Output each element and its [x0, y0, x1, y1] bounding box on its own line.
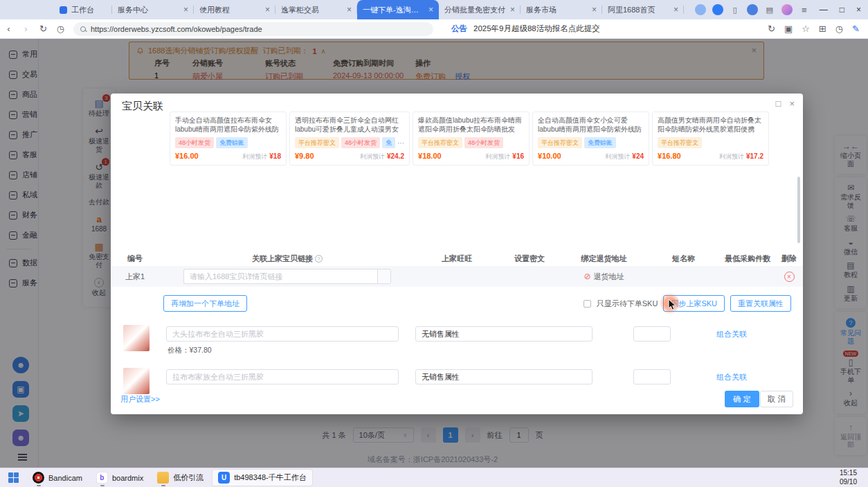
browser-tab[interactable]: 一键下单-逸淘软件 × [357, 0, 439, 19]
modal-window-controls: □ × [776, 98, 795, 109]
my-products-list: 价格：¥37.80 组合关联 组合关联 [111, 322, 803, 408]
short-name-input[interactable] [166, 326, 399, 342]
profit-value: ¥16 [512, 152, 524, 160]
browser-tab[interactable]: 服务中心 × [112, 0, 194, 19]
tab-close-icon[interactable]: × [265, 5, 270, 15]
tab-close-icon[interactable]: × [510, 5, 515, 15]
minimize-icon[interactable]: — [820, 5, 828, 15]
cancel-button[interactable]: 取 消 [760, 391, 793, 407]
taskbar-app[interactable]: b boardmix [91, 470, 149, 486]
combo-association-link[interactable]: 组合关联 [716, 329, 747, 339]
taskbar-app[interactable]: 低价引流 [152, 470, 209, 486]
search-icon [80, 26, 86, 32]
tab-label: 阿里1688首页 [608, 5, 671, 15]
back-icon[interactable]: ‹ [0, 24, 17, 34]
forward-icon[interactable]: › [17, 24, 35, 34]
tab-close-icon[interactable]: × [673, 5, 678, 15]
product-card-title: 透明拉布布雨伞三折伞全自动网红labubu可爱折叠儿童成人动漫男女 [295, 116, 404, 134]
table-col-header: 上家旺旺 [415, 254, 498, 264]
reset-association-attrs-button[interactable]: 重置关联属性 [730, 295, 791, 312]
supplier-row-label: 上家1 [111, 272, 159, 282]
browser-menu-icon[interactable]: ≡ [799, 4, 810, 15]
browser-tab[interactable]: 阿里1688首页 × [602, 0, 684, 19]
link-addon-button[interactable] [377, 269, 391, 284]
sales-attr-input[interactable] [415, 369, 593, 384]
product-price-line: 价格：¥37.80 [168, 346, 212, 355]
table-col-header: 短名称 [647, 254, 720, 264]
history-icon[interactable]: ◷ [52, 24, 69, 34]
my-product-row: 价格：¥37.80 组合关联 [111, 322, 803, 365]
edit-note-icon[interactable]: ✎ [852, 24, 860, 34]
product-price: ¥18.00 [418, 152, 442, 160]
tab-close-icon[interactable]: × [347, 5, 352, 15]
taskbar-app[interactable]: U tb498348-千牛工作台 [212, 469, 313, 486]
apps-grid-icon[interactable]: ⊞ [819, 24, 826, 34]
paw-extension-icon[interactable] [695, 4, 706, 15]
return-address-chip[interactable]: ⊘ 退货地址 [561, 272, 647, 282]
product-card-title: 高颜值男女晴雨两用伞自动折叠太阳伞防晒防紫外线黑胶遮阳便携 [658, 116, 763, 134]
user-settings-link[interactable]: 用户设置>> [120, 394, 160, 405]
product-card[interactable]: 手动全自动高颜值拉布布雨伞女labubu晴雨两用遮阳伞防紫外线防 48小时发货 … [170, 112, 287, 166]
history-clock-icon[interactable]: ◷ [835, 24, 843, 34]
browser-tab[interactable]: 使用教程 × [194, 0, 275, 19]
browser-tab[interactable]: 分销批量免密支付 × [439, 0, 521, 19]
product-card-price-row: ¥9.80 利润预计 ¥24.2 [295, 152, 404, 161]
bookmark-star-icon[interactable]: ☆ [802, 24, 810, 34]
close-window-icon[interactable]: × [856, 5, 861, 15]
round-blue-extension-icon[interactable] [747, 4, 758, 15]
sync-icon[interactable]: ↻ [768, 24, 775, 34]
association-actions: 再增加一个下单地址 只显示待下单SKU 同步上家SKU 重置关联属性 [111, 295, 803, 313]
tab-close-icon[interactable]: × [183, 5, 188, 15]
supplier-link-input[interactable] [183, 269, 377, 284]
min-purchase-qty-input[interactable] [633, 326, 671, 342]
only-pending-sku-checkbox[interactable] [584, 300, 591, 308]
product-card-price-row: ¥16.80 利润预计 ¥17.2 [658, 152, 763, 161]
info-icon: ? [315, 255, 323, 263]
combo-association-link[interactable]: 组合关联 [716, 372, 747, 382]
add-order-address-button[interactable]: 再增加一个下单地址 [163, 295, 247, 312]
phone-extension-icon[interactable]: ▯ [730, 4, 741, 15]
product-tag: 平台推荐密文 [418, 137, 462, 148]
reload-icon[interactable]: ↻ [35, 24, 52, 34]
folder [157, 472, 169, 484]
table-col-header: 绑定退货地址 [561, 254, 647, 264]
announcement[interactable]: 公告 2025年9月超级88活动报名点此提交 [451, 24, 600, 34]
maximize-icon[interactable]: □ [840, 5, 844, 15]
prohibit-icon: ⊘ [584, 272, 590, 281]
sales-attr-input[interactable] [415, 326, 593, 342]
product-card[interactable]: 透明拉布布雨伞三折伞全自动网红labubu可爱折叠儿童成人动漫男女 平台推荐密文… [289, 112, 410, 166]
start-button-icon[interactable] [8, 472, 19, 483]
url-omnibox[interactable]: https://orderwebs.yzcsoft.com/okoweb/pag… [73, 22, 433, 36]
min-purchase-qty-input[interactable] [633, 369, 671, 384]
product-card[interactable]: 爆款高颜值labubu拉布布雨伞晴雨遮阳伞两用折叠太阳伞防晒批发 平台推荐密文 … [413, 112, 530, 166]
product-card[interactable]: 全自动高颜值雨伞女小众可爱labubu晴雨两用遮阳伞防紫外线防晒 平台推荐密文 … [532, 112, 649, 166]
browser-tab[interactable]: 服务市场 × [521, 0, 602, 19]
blue-dial-extension-icon[interactable] [712, 4, 723, 15]
modal-maximize-icon[interactable]: □ [776, 98, 781, 109]
tab-close-icon[interactable]: × [592, 5, 597, 15]
confirm-button[interactable]: 确 定 [725, 391, 759, 407]
taskbar-clock[interactable]: 15:15 09/10 [840, 469, 864, 486]
browser-tab[interactable]: 逸掌柜交易 × [275, 0, 357, 19]
sync-supplier-sku-button[interactable]: 同步上家SKU [663, 295, 725, 312]
profile-avatar[interactable] [781, 4, 793, 15]
profit-value: ¥18 [269, 152, 281, 160]
short-name-input[interactable] [166, 369, 399, 384]
taskbar-app-label: 低价引流 [173, 472, 204, 483]
taskbar-app[interactable]: Bandicam [27, 470, 88, 486]
sku-actions: 只显示待下单SKU 同步上家SKU 重置关联属性 [584, 295, 791, 312]
modal-scrollbar-thumb[interactable] [797, 177, 800, 243]
tab-close-icon[interactable]: × [428, 5, 433, 15]
tab-group-icon[interactable]: ▣ [784, 24, 793, 34]
notes-extension-icon[interactable]: ▤ [764, 4, 775, 15]
product-card-title: 手动全自动高颜值拉布布雨伞女labubu晴雨两用遮阳伞防紫外线防 [175, 116, 281, 134]
modal-close-icon[interactable]: × [789, 98, 795, 109]
table-col-header: 编号 [111, 254, 159, 264]
product-card[interactable]: 高颜值男女晴雨两用伞自动折叠太阳伞防晒防紫外线黑胶遮阳便携 平台推荐密文 ¥16… [652, 112, 769, 166]
windows-taskbar: Bandicam b boardmix 低价引流 U tb498348-千牛工作… [0, 468, 868, 487]
profit-label: 利润预计 [605, 153, 630, 160]
browser-tab[interactable]: 工作台 [54, 0, 112, 19]
delete-row-icon[interactable]: × [784, 272, 795, 282]
product-price: ¥9.80 [295, 152, 314, 160]
product-tag: 免费赊账 [216, 137, 248, 148]
